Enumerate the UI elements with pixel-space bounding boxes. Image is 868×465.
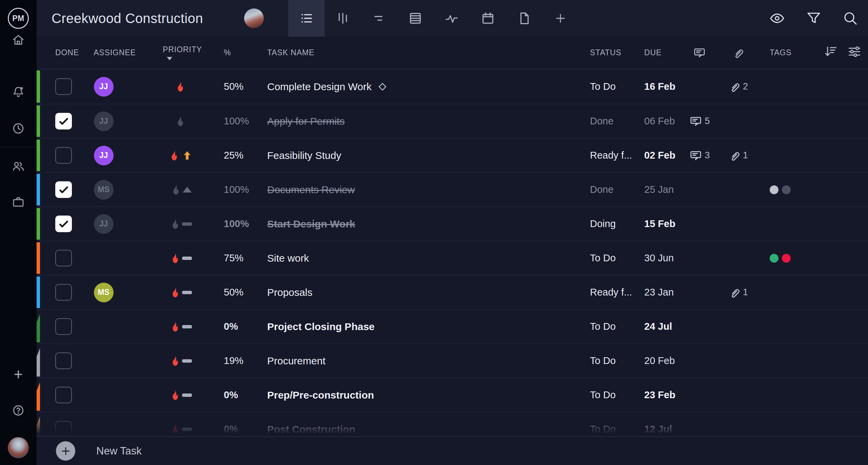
comments-cell[interactable] bbox=[681, 310, 718, 343]
attachments-cell[interactable]: 2 bbox=[718, 69, 757, 104]
due-cell[interactable]: 15 Feb bbox=[643, 207, 681, 241]
comments-cell[interactable] bbox=[681, 344, 718, 378]
table-row[interactable]: MS 50% Proposals Ready f... 23 Jan 1 bbox=[37, 275, 868, 309]
task-name-cell[interactable]: Project Closing Phase bbox=[265, 310, 587, 343]
percent-cell[interactable]: 25% bbox=[221, 139, 265, 172]
status-cell[interactable]: Done bbox=[587, 173, 643, 206]
filter-icon[interactable] bbox=[806, 10, 822, 26]
done-checkbox[interactable] bbox=[55, 147, 72, 164]
done-checkbox[interactable] bbox=[55, 216, 72, 232]
done-checkbox[interactable] bbox=[55, 352, 72, 369]
due-cell[interactable]: 02 Feb bbox=[643, 139, 681, 172]
sidebar-item-portfolio[interactable] bbox=[10, 194, 26, 210]
tab-gantt-view[interactable] bbox=[361, 0, 397, 37]
header-due[interactable]: DUE bbox=[643, 37, 681, 69]
attachments-cell[interactable] bbox=[718, 344, 757, 378]
comments-cell[interactable]: 3 bbox=[681, 139, 718, 172]
percent-cell[interactable]: 100% bbox=[221, 207, 265, 241]
app-logo[interactable]: PM bbox=[8, 8, 29, 29]
status-cell[interactable]: To Do bbox=[587, 412, 643, 436]
tags-cell[interactable] bbox=[757, 104, 868, 138]
tags-cell[interactable] bbox=[757, 207, 868, 241]
sidebar-item-team[interactable] bbox=[10, 158, 26, 174]
tab-add-view[interactable] bbox=[542, 0, 578, 37]
attachments-cell[interactable] bbox=[718, 412, 757, 436]
due-cell[interactable]: 12 Jul bbox=[643, 412, 681, 436]
due-cell[interactable]: 23 Jan bbox=[643, 276, 681, 309]
status-cell[interactable]: To Do bbox=[587, 241, 643, 275]
attachments-cell[interactable] bbox=[718, 310, 757, 343]
status-cell[interactable]: To Do bbox=[587, 344, 643, 378]
due-cell[interactable]: 30 Jun bbox=[643, 241, 681, 275]
done-checkbox[interactable] bbox=[55, 421, 72, 436]
task-name-cell[interactable]: Feasibility Study bbox=[265, 139, 587, 172]
table-row[interactable]: 19% Procurement To Do 20 Feb bbox=[37, 343, 868, 378]
header-comments[interactable] bbox=[681, 37, 718, 69]
assignee-avatar[interactable]: JJ bbox=[94, 77, 114, 97]
percent-cell[interactable]: 100% bbox=[221, 173, 265, 206]
task-name-cell[interactable]: Proposals bbox=[265, 276, 587, 309]
comments-cell[interactable] bbox=[681, 69, 718, 104]
task-name-cell[interactable]: Site work bbox=[265, 241, 587, 275]
sidebar-item-help[interactable] bbox=[10, 402, 26, 419]
priority-cell[interactable] bbox=[121, 378, 221, 412]
task-name-cell[interactable]: Prep/Pre-construction bbox=[265, 378, 587, 412]
attachments-cell[interactable] bbox=[718, 207, 757, 241]
priority-cell[interactable] bbox=[121, 344, 221, 378]
due-cell[interactable]: 20 Feb bbox=[643, 344, 681, 378]
due-cell[interactable]: 16 Feb bbox=[643, 69, 681, 104]
status-cell[interactable]: To Do bbox=[587, 310, 643, 343]
table-row[interactable]: 75% Site work To Do 30 Jun bbox=[37, 241, 868, 275]
percent-cell[interactable]: 75% bbox=[221, 241, 265, 275]
tags-cell[interactable] bbox=[757, 241, 868, 275]
comments-cell[interactable] bbox=[681, 173, 718, 206]
comments-cell[interactable] bbox=[681, 207, 718, 241]
attachments-cell[interactable] bbox=[718, 173, 757, 206]
comments-cell[interactable] bbox=[681, 241, 718, 275]
sidebar-item-recent[interactable] bbox=[10, 120, 26, 137]
tags-cell[interactable] bbox=[757, 139, 868, 172]
task-name-cell[interactable]: Apply for Permits bbox=[265, 104, 587, 138]
comments-cell[interactable] bbox=[681, 276, 718, 309]
sidebar-item-home[interactable] bbox=[10, 32, 26, 48]
attachments-cell[interactable]: 1 bbox=[718, 276, 757, 309]
done-checkbox[interactable] bbox=[55, 387, 72, 403]
header-assignee[interactable]: ASSIGNEE bbox=[86, 37, 121, 69]
table-row[interactable]: 0% Post Construction To Do 12 Jul bbox=[37, 412, 868, 436]
percent-cell[interactable]: 50% bbox=[221, 276, 265, 309]
percent-cell[interactable]: 0% bbox=[221, 412, 265, 436]
priority-cell[interactable] bbox=[121, 310, 221, 343]
search-icon[interactable] bbox=[842, 10, 859, 26]
table-row[interactable]: MS 100% Documents Review Done 25 Jan bbox=[37, 172, 868, 206]
sidebar-item-add[interactable]: + bbox=[10, 366, 26, 382]
table-row[interactable]: JJ 100% Start Design Work Doing 15 Feb bbox=[37, 206, 868, 241]
table-row[interactable]: 0% Project Closing Phase To Do 24 Jul bbox=[37, 309, 868, 343]
done-checkbox[interactable] bbox=[55, 250, 72, 266]
priority-cell[interactable] bbox=[121, 241, 221, 275]
tab-files-view[interactable] bbox=[506, 0, 542, 37]
sort-descending-icon[interactable] bbox=[823, 44, 838, 59]
sidebar-item-notifications[interactable] bbox=[10, 84, 26, 100]
header-percent[interactable]: % bbox=[221, 37, 265, 69]
header-priority[interactable]: PRIORITY bbox=[121, 37, 221, 69]
due-cell[interactable]: 23 Feb bbox=[643, 378, 681, 412]
table-row[interactable]: JJ 50% Complete Design Work To Do 16 Feb… bbox=[37, 69, 868, 104]
attachments-cell[interactable] bbox=[718, 241, 757, 275]
tab-workload-view[interactable] bbox=[433, 0, 470, 37]
tab-sheet-view[interactable] bbox=[397, 0, 433, 37]
tags-cell[interactable] bbox=[757, 173, 868, 206]
table-row[interactable]: 0% Prep/Pre-construction To Do 23 Feb bbox=[37, 378, 868, 412]
task-name-cell[interactable]: Post Construction bbox=[265, 412, 587, 436]
comments-cell[interactable] bbox=[681, 412, 718, 436]
assignee-avatar[interactable]: MS bbox=[94, 283, 114, 302]
priority-cell[interactable] bbox=[121, 173, 221, 206]
percent-cell[interactable]: 19% bbox=[221, 344, 265, 378]
header-status[interactable]: STATUS bbox=[587, 37, 643, 69]
new-task-button[interactable] bbox=[56, 441, 75, 461]
status-cell[interactable]: Doing bbox=[587, 207, 643, 241]
percent-cell[interactable]: 0% bbox=[221, 378, 265, 412]
status-cell[interactable]: Ready f... bbox=[587, 276, 643, 309]
due-cell[interactable]: 25 Jan bbox=[643, 173, 681, 206]
table-row[interactable]: JJ 100% Apply for Permits Done 06 Feb 5 bbox=[37, 104, 868, 138]
status-cell[interactable]: To Do bbox=[587, 378, 643, 412]
